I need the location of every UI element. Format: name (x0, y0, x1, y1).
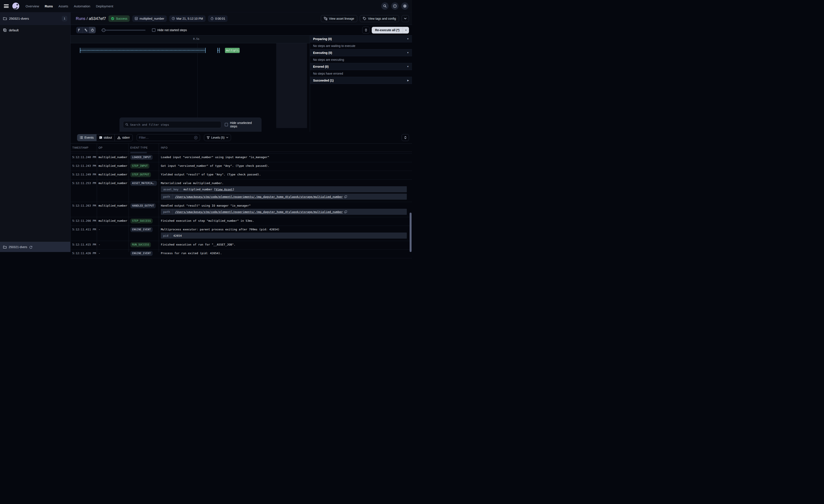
caret-down-icon: ▼ (407, 65, 409, 68)
dagster-logo-icon[interactable] (12, 2, 20, 10)
event-log-section: Events stdout stderr Levels (5) (71, 132, 412, 252)
event-op: multiplied_number (97, 179, 129, 202)
event-type-badge: RUN_SUCCESS (130, 242, 151, 247)
nav-item-assets[interactable]: Assets (59, 4, 68, 8)
col-op: OP (97, 146, 129, 149)
metadata-entry: path/Users/smackesey/stm/code/elementl/e… (161, 209, 407, 215)
event-timestamp: 5:12:11.249 PM (71, 171, 97, 179)
event-type-cell: ENGINE_EVENT (129, 226, 159, 241)
datetime-label: Mar 21, 5:12:10 PM (177, 17, 203, 20)
step-status-panel: Preparing (0)▼No steps are waiting to ex… (310, 35, 412, 132)
zoom-slider-knob[interactable] (102, 28, 105, 32)
event-row: 5:12:11.240 PMmultiplied_numberLOADED_IN… (71, 154, 412, 162)
gantt-step-multiplied-number[interactable]: multipli… (225, 48, 240, 53)
nav-item-automation[interactable]: Automation (74, 4, 90, 8)
hide-not-started-checkbox[interactable]: Hide not started steps (152, 28, 187, 32)
event-type-cell: HANDLED_OUTPUT (129, 202, 159, 217)
sidebar-group-row[interactable]: 250321-dvers 1 (0, 12, 70, 25)
event-timestamp: 5:12:11.240 PM (71, 154, 97, 162)
event-info-text: Materialized value multiplied_number. (161, 181, 410, 185)
path-link[interactable]: /Users/smackesey/stm/code/elementl/exper… (175, 210, 343, 214)
copy-path-button[interactable] (344, 211, 347, 213)
event-op: multiplied_number (97, 171, 129, 179)
search-icon (125, 123, 128, 126)
vertical-scrollbar[interactable] (410, 213, 412, 252)
status-label: Success (116, 17, 127, 20)
waterfall-view-icon (84, 28, 88, 31)
log-type-tabs: Events stdout stderr (77, 134, 133, 141)
sidebar-footer-label: 250321-dvers (9, 245, 27, 249)
reexecute-all-button[interactable]: Re-execute all (*) ▾ (372, 27, 409, 33)
flat-view-button[interactable] (76, 27, 83, 33)
event-timestamp: 5:12:11.263 PM (71, 202, 97, 217)
help-button[interactable]: ? (391, 2, 399, 10)
view-asset-link[interactable]: View Asset (216, 187, 232, 191)
zoom-slider[interactable] (101, 27, 145, 33)
warning-icon (117, 136, 121, 139)
log-filter-field[interactable] (137, 134, 200, 141)
expand-collapse-button[interactable] (362, 27, 370, 33)
clock-icon (172, 17, 175, 20)
gantt-toolbar: Hide not started steps Re-execute all (*… (71, 25, 412, 35)
event-timestamp: 5:12:11.266 PM (71, 217, 97, 226)
refresh-icon[interactable] (29, 246, 32, 249)
tab-stdout[interactable]: stdout (97, 134, 115, 141)
event-type-cell: STEP_OUTPUT (129, 171, 159, 179)
clear-filter-icon[interactable] (194, 136, 198, 139)
event-op: multiplied_number (97, 154, 129, 162)
waterfall-view-button[interactable] (83, 27, 89, 33)
status-section-header-3[interactable]: Succeeded (1)▶ (310, 77, 412, 84)
reexecute-menu-caret[interactable]: ▾ (403, 27, 409, 33)
metadata-value: 42654 (171, 233, 407, 239)
settings-button[interactable] (401, 2, 409, 10)
hide-unselected-checkbox[interactable]: Hide unselected steps (225, 121, 258, 128)
event-op: - (97, 241, 129, 249)
view-tags-config-button[interactable]: View tags and config (360, 15, 399, 22)
event-log-toolbar: Events stdout stderr Levels (5) (71, 132, 412, 143)
event-row: 5:12:11.263 PMmultiplied_numberHANDLED_O… (71, 202, 412, 217)
time-tick-label: 0.5s (193, 37, 199, 40)
flat-view-icon (78, 28, 81, 31)
nav-links: OverviewRunsAssetsAutomationDeployment (25, 4, 113, 8)
tab-events[interactable]: Events (77, 134, 97, 141)
event-row: 5:12:11.266 PMmultiplied_numberSTEP_SUCC… (71, 217, 412, 226)
step-search-field[interactable] (123, 121, 221, 128)
event-info: Loaded input "versioned_number" using in… (159, 154, 412, 162)
run-actions-menu-button[interactable] (402, 15, 409, 22)
col-event-type: EVENT TYPE (129, 146, 159, 149)
status-badge: Success (108, 15, 130, 22)
nav-item-runs[interactable]: Runs (45, 4, 53, 8)
status-section-header-2[interactable]: Errored (0)▼ (310, 63, 412, 70)
nav-item-overview[interactable]: Overview (25, 4, 39, 8)
status-section-title: Succeeded (1) (313, 79, 334, 82)
chevron-down-icon (226, 137, 228, 138)
levels-filter-button[interactable]: Levels (5) (204, 134, 231, 141)
view-asset-lineage-button[interactable]: View asset lineage (321, 15, 357, 22)
metadata-value: /Users/smackesey/stm/code/elementl/exper… (173, 209, 407, 215)
step-search-input[interactable] (130, 123, 219, 126)
event-timestamp: 5:12:11.243 PM (71, 162, 97, 171)
timed-view-button[interactable] (89, 27, 96, 33)
copy-path-button[interactable] (344, 195, 347, 198)
event-info-text: Finished execution of step "multiplied_n… (161, 219, 410, 223)
status-section-header-0[interactable]: Preparing (0)▼ (310, 35, 412, 42)
nav-item-deployment[interactable]: Deployment (96, 4, 113, 8)
event-type-badge: STEP_SUCCESS (130, 219, 152, 224)
event-type-cell: LOADED_INPUT (129, 154, 159, 162)
asset-badge[interactable]: multiplied_number (132, 15, 167, 22)
breadcrumb-runs-link[interactable]: Runs (76, 16, 85, 21)
expand-all-rows-button[interactable] (402, 134, 409, 141)
sidebar-group-label: 250321-dvers (9, 17, 60, 20)
sidebar-item-default[interactable]: default (0, 25, 70, 35)
path-link[interactable]: /Users/smackesey/stm/code/elementl/exper… (175, 195, 343, 199)
search-button[interactable] (381, 2, 389, 10)
metadata-entry: path/Users/smackesey/stm/code/elementl/e… (161, 194, 407, 200)
tab-stderr[interactable]: stderr (115, 134, 132, 141)
menu-icon[interactable] (4, 4, 9, 8)
asset-grid-icon (135, 17, 138, 20)
event-row: 5:12:11.249 PMmultiplied_numberSTEP_OUTP… (71, 171, 412, 179)
event-info-text: Process for run exited (pid: 42654). (161, 251, 410, 252)
log-filter-input[interactable] (139, 136, 192, 139)
gantt-view-toggle (76, 27, 96, 33)
status-section-header-1[interactable]: Executing (0)▼ (310, 49, 412, 56)
